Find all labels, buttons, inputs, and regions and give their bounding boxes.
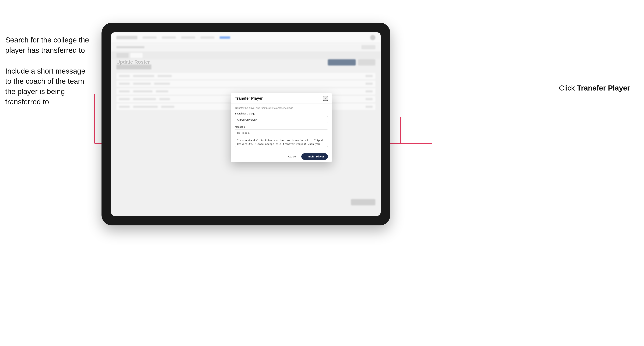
bg-tabs — [111, 51, 380, 59]
bg-breadcrumb — [116, 46, 144, 48]
bg-cell — [119, 75, 130, 77]
modal-close-button[interactable]: ✕ — [323, 96, 328, 101]
bg-cell — [160, 98, 170, 100]
modal-footer: Cancel Transfer Player — [231, 151, 332, 162]
bg-cell — [133, 83, 151, 85]
transfer-player-modal: Transfer Player ✕ Transfer the player an… — [231, 93, 332, 162]
transfer-player-button[interactable]: Transfer Player — [301, 153, 328, 160]
bg-cell — [161, 106, 174, 108]
search-college-label: Search for College — [235, 112, 328, 115]
bg-avatar — [370, 35, 376, 40]
message-label: Message — [235, 126, 328, 128]
bg-other-btn — [358, 59, 376, 65]
annotation-left-section: Search for the college the player has tr… — [5, 35, 93, 118]
tablet-device: Update Roster Transfer Player ✕ Transfer… — [102, 23, 390, 225]
modal-title: Transfer Player — [235, 96, 263, 101]
modal-subtitle: Transfer the player and their profile to… — [235, 107, 328, 109]
annotation-click-text: Click — [559, 84, 577, 92]
bg-nav-1 — [142, 36, 156, 39]
annotation-search-text: Search for the college the player has tr… — [5, 35, 93, 56]
bg-action-buttons — [328, 59, 376, 65]
tablet-screen: Update Roster Transfer Player ✕ Transfer… — [111, 32, 380, 216]
bg-cell — [366, 90, 372, 92]
bg-logo — [116, 36, 138, 39]
search-college-input[interactable] — [235, 116, 328, 123]
modal-header: Transfer Player ✕ — [231, 93, 332, 103]
bg-nav-4 — [200, 36, 214, 39]
bg-cell — [366, 83, 372, 85]
bg-nav-5-active — [220, 36, 230, 39]
bg-row-2 — [116, 81, 376, 87]
bg-add-btn — [362, 45, 376, 49]
bg-cell — [119, 83, 130, 85]
bg-bottom-btn — [351, 199, 376, 205]
bg-cell — [156, 90, 168, 92]
bg-tab-2-active — [130, 53, 142, 58]
bg-cell — [366, 75, 372, 77]
bg-cell — [366, 98, 372, 100]
bg-cell — [133, 90, 152, 92]
bg-cell — [133, 106, 158, 108]
bg-add-player-btn — [328, 59, 356, 65]
bg-cell — [133, 98, 156, 100]
annotation-right-section: Click Transfer Player — [559, 84, 630, 92]
bg-nav-2 — [162, 36, 176, 39]
modal-body: Transfer the player and their profile to… — [231, 103, 332, 151]
bg-cell — [119, 106, 130, 108]
annotation-message-text: Include a short message to the coach of … — [5, 66, 93, 107]
message-textarea[interactable]: Hi Coach, I understand Chris Robertson h… — [235, 129, 328, 147]
bg-sub-header — [111, 43, 380, 51]
bg-cell — [119, 98, 130, 100]
cancel-button[interactable]: Cancel — [286, 154, 299, 159]
bg-cell — [366, 106, 372, 108]
bg-header — [111, 32, 380, 43]
bg-cell — [133, 75, 154, 77]
bg-nav-3 — [181, 36, 195, 39]
bg-cell — [158, 75, 172, 77]
bg-cell — [154, 83, 170, 85]
bg-cell — [119, 90, 130, 92]
bg-row-1 — [116, 73, 376, 79]
bg-page-title — [116, 64, 152, 69]
bg-tab-1 — [116, 53, 128, 58]
annotation-transfer-bold: Transfer Player — [577, 84, 630, 92]
bg-update-roster-title: Update Roster — [116, 59, 150, 65]
